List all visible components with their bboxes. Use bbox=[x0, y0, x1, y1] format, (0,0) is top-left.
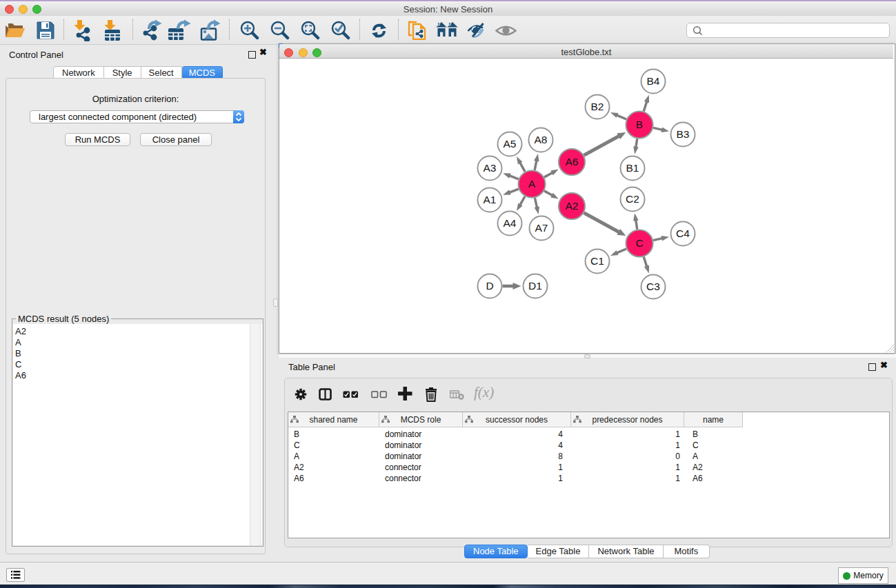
svg-text:D: D bbox=[486, 280, 493, 292]
svg-text:C4: C4 bbox=[676, 227, 690, 239]
svg-text:D1: D1 bbox=[528, 280, 542, 292]
svg-text:C2: C2 bbox=[626, 193, 639, 205]
svg-text:A1: A1 bbox=[484, 194, 497, 205]
svg-text:A6: A6 bbox=[566, 156, 579, 168]
svg-text:C: C bbox=[635, 237, 643, 249]
svg-text:B4: B4 bbox=[647, 75, 660, 87]
svg-text:C1: C1 bbox=[590, 255, 604, 267]
svg-text:A5: A5 bbox=[504, 138, 517, 150]
svg-text:A7: A7 bbox=[535, 222, 548, 234]
svg-text:B3: B3 bbox=[677, 128, 690, 140]
svg-text:C3: C3 bbox=[646, 281, 660, 292]
svg-text:A3: A3 bbox=[484, 162, 497, 174]
svg-text:A2: A2 bbox=[566, 200, 579, 212]
svg-text:B1: B1 bbox=[626, 162, 639, 174]
svg-text:A4: A4 bbox=[504, 217, 517, 229]
svg-text:B2: B2 bbox=[591, 101, 604, 112]
svg-text:A: A bbox=[528, 178, 536, 190]
svg-text:B: B bbox=[636, 119, 643, 130]
svg-text:A8: A8 bbox=[535, 134, 548, 145]
